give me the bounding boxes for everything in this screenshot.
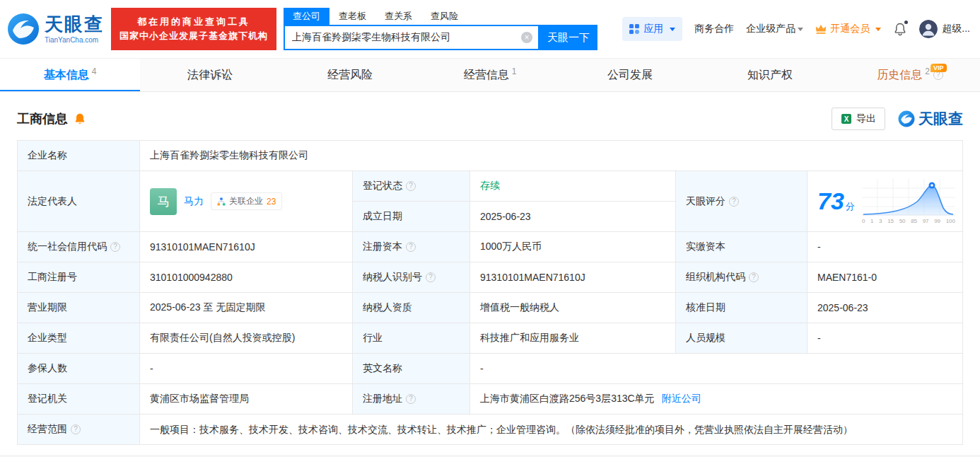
help-icon[interactable]: ? xyxy=(426,272,436,282)
help-icon[interactable]: ? xyxy=(729,197,739,207)
tab-count: 2 xyxy=(925,66,930,76)
apps-menu[interactable]: 应用 xyxy=(622,17,682,41)
search-bar: × 天眼一下 xyxy=(284,25,597,50)
label-company-name: 企业名称 xyxy=(18,141,139,170)
tab-company-development[interactable]: 公司发展 xyxy=(560,59,700,91)
tab-intellectual-property[interactable]: 知识产权 xyxy=(700,59,840,91)
nav-enterprise-products[interactable]: 企业级产品 xyxy=(746,23,803,35)
tab-operation-info[interactable]: 经营信息 1 xyxy=(420,59,560,91)
score-curve-icon xyxy=(862,179,955,216)
industry-value: 科技推广和应用服务业 xyxy=(470,323,675,353)
watermark-logo: 天眼查 xyxy=(898,109,963,129)
label-industry: 行业 xyxy=(353,323,469,353)
vip-badge: VIP xyxy=(931,64,947,72)
reg-authority-value: 黄浦区市场监督管理局 xyxy=(140,384,352,414)
label-business-scope: 经营范围 ? xyxy=(18,415,139,444)
logo-domain: TianYanCha.com xyxy=(45,36,104,44)
help-icon[interactable]: ? xyxy=(749,272,759,282)
main-content: 工商信息 X 导出 天眼查 xyxy=(0,92,980,455)
business-info-table: 企业名称 上海百雀羚捌柒零生物科技有限公司 法定代表人 马 马力 关联企业 23… xyxy=(17,140,963,445)
user-avatar xyxy=(919,20,938,38)
logo-brand: 天眼查 xyxy=(45,14,104,35)
label-insured-num: 参保人数 xyxy=(18,354,139,383)
company-tabbar: 基本信息 4 法律诉讼 经营风险 经营信息 1 公司发展 知识产权 历史信息 2… xyxy=(0,58,980,92)
top-header: 天眼查 TianYanCha.com 都在用的商业查询工具 国家中小企业发展子基… xyxy=(0,0,980,58)
nearby-companies-link[interactable]: 附近公司 xyxy=(662,393,701,405)
section-header: 工商信息 X 导出 天眼查 xyxy=(17,92,963,140)
nav-business-cooperation[interactable]: 商务合作 xyxy=(694,23,734,35)
enterprise-products-label: 企业级产品 xyxy=(746,23,795,35)
clear-icon[interactable]: × xyxy=(521,32,532,43)
slogan-badge: 都在用的商业查询工具 国家中小企业发展子基金旗下机构 xyxy=(111,8,276,50)
label-reg-no: 工商注册号 xyxy=(18,262,139,292)
tianyancha-logo[interactable]: 天眼查 TianYanCha.com xyxy=(7,13,104,45)
header-right-nav: 应用 商务合作 企业级产品 开通会员 xyxy=(622,17,970,41)
help-icon[interactable]: ? xyxy=(110,242,120,252)
user-menu[interactable]: 超级... xyxy=(919,20,970,38)
related-companies-badge[interactable]: 关联企业 23 xyxy=(211,192,282,210)
tab-operation-risk[interactable]: 经营风险 xyxy=(280,59,420,91)
export-button[interactable]: X 导出 xyxy=(832,108,885,130)
tab-legal-litigation[interactable]: 法律诉讼 xyxy=(140,59,280,91)
label-company-type: 企业类型 xyxy=(18,323,139,353)
credit-code-value: 91310101MAEN71610J xyxy=(140,232,352,262)
score-cell: 73分 0131550859799100 xyxy=(807,171,962,231)
score-value: 73分 xyxy=(817,187,855,215)
label-org-code: 组织机构代码 ? xyxy=(676,262,807,292)
chevron-down-icon xyxy=(798,28,803,31)
tab-history-info[interactable]: 历史信息 2 VIP ? xyxy=(840,59,980,91)
help-icon[interactable]: ? xyxy=(406,242,416,252)
tianyancha-logo-icon xyxy=(898,110,915,127)
tab-label: 经营信息 xyxy=(464,68,509,83)
english-name-value: - xyxy=(470,354,962,383)
chevron-down-icon xyxy=(670,28,675,31)
label-reg-capital: 注册资本 ? xyxy=(353,232,469,262)
label-credit-code: 统一社会信用代码 ? xyxy=(18,232,139,262)
company-type-value: 有限责任公司(自然人投资或控股) xyxy=(140,323,352,353)
label-score: 天眼评分 ? xyxy=(676,171,807,231)
approve-date-value: 2025-06-23 xyxy=(807,293,962,323)
related-companies-label: 关联企业 xyxy=(229,195,263,207)
search-tabs: 查公司 查老板 查关系 查风险 xyxy=(284,8,597,25)
tab-basic-info[interactable]: 基本信息 4 xyxy=(0,59,140,91)
reg-no-value: 310101000942880 xyxy=(140,262,352,292)
reg-capital-value: 1000万人民币 xyxy=(470,232,675,262)
label-english-name: 英文名称 xyxy=(353,354,469,383)
score-axis: 0131550859799100 xyxy=(862,219,955,224)
tianyancha-logo-icon xyxy=(7,13,40,45)
business-term-value: 2025-06-23 至 无固定期限 xyxy=(140,293,352,323)
tab-count: 4 xyxy=(92,66,97,76)
notification-bell[interactable] xyxy=(893,22,907,37)
help-icon[interactable]: ? xyxy=(406,181,416,191)
username: 超级... xyxy=(942,23,970,35)
nav-open-vip[interactable]: 开通会员 xyxy=(815,23,881,35)
watermark-brand: 天眼查 xyxy=(918,109,963,129)
tab-label: 经营风险 xyxy=(327,68,373,83)
svg-text:X: X xyxy=(844,115,849,123)
related-companies-count: 23 xyxy=(267,197,276,207)
search-tab-boss[interactable]: 查老板 xyxy=(329,8,375,25)
help-icon[interactable]: ? xyxy=(406,394,416,404)
search-tab-risk[interactable]: 查风险 xyxy=(421,8,467,25)
export-label: 导出 xyxy=(856,112,876,125)
search-button[interactable]: 天眼一下 xyxy=(539,25,597,50)
paid-capital-value: - xyxy=(807,232,962,262)
legal-rep-link[interactable]: 马力 xyxy=(184,195,204,208)
excel-icon: X xyxy=(841,113,852,125)
tab-label: 公司发展 xyxy=(607,68,653,83)
search-block: 查公司 查老板 查关系 查风险 × 天眼一下 xyxy=(284,8,597,50)
reg-status-value: 存续 xyxy=(470,171,675,201)
search-input[interactable] xyxy=(285,26,538,49)
taxpayer-quality-value: 增值税一般纳税人 xyxy=(470,293,675,323)
label-legal-rep: 法定代表人 xyxy=(18,171,139,231)
subscribe-bell-icon[interactable] xyxy=(74,112,86,125)
label-staff-size: 人员规模 xyxy=(676,323,807,353)
legal-rep-avatar[interactable]: 马 xyxy=(150,188,177,215)
search-tab-relation[interactable]: 查关系 xyxy=(375,8,421,25)
help-icon[interactable]: ? xyxy=(71,424,81,434)
slogan-line1: 都在用的商业查询工具 xyxy=(119,15,268,29)
legal-rep-value: 马 马力 关联企业 23 xyxy=(140,171,352,231)
search-tab-company[interactable]: 查公司 xyxy=(284,8,329,25)
open-vip-label: 开通会员 xyxy=(830,23,870,35)
tab-count: 1 xyxy=(512,66,517,76)
